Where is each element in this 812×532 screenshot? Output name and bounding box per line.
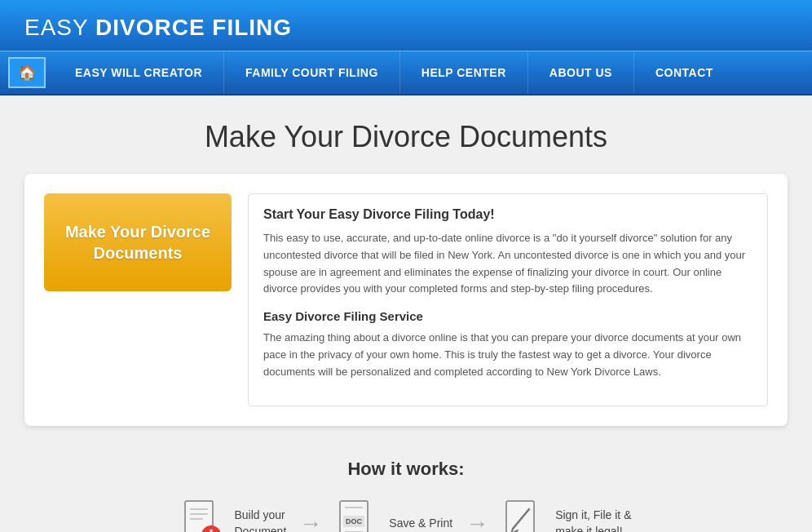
svg-text:DOC: DOC (346, 517, 363, 525)
nav-help-center[interactable]: HELP CENTER (400, 51, 528, 94)
make-docs-btn-text: Make Your DivorceDocuments (65, 221, 210, 264)
content-card: Make Your DivorceDocuments Start Your Ea… (24, 174, 788, 426)
steps-container: Build yourDocument → DOC Save & Print (24, 499, 788, 532)
card-right: Start Your Easy Divorce Filing Today! Th… (248, 193, 768, 406)
step-3-text: Sign it, File it &make it legal! (555, 508, 631, 532)
svg-rect-12 (506, 501, 534, 532)
site-header: EASY DIVORCE FILING (0, 0, 812, 51)
arrow-2: → (466, 511, 488, 532)
card-left: Make Your DivorceDocuments (44, 193, 232, 406)
section1-body: This easy to use, accurate, and up-to-da… (263, 230, 752, 298)
section2-body: The amazing thing about a divorce online… (263, 330, 752, 380)
title-bold: DIVORCE FILING (95, 15, 292, 40)
home-button[interactable]: 🏠 (8, 57, 46, 88)
nav-contact[interactable]: CONTACT (634, 51, 735, 94)
section2-heading: Easy Divorce Filing Service (263, 309, 752, 323)
arrow-1: → (299, 511, 322, 532)
section1-heading: Start Your Easy Divorce Filing Today! (263, 207, 752, 222)
how-it-works-heading: How it works: (24, 459, 788, 480)
step-3: Sign it, File it &make it legal! (501, 499, 631, 532)
nav-family-court-filing[interactable]: FAMILY COURT FILING (224, 51, 400, 94)
step-2-text: Save & Print (389, 516, 452, 532)
main-content: Make Your Divorce Documents Make Your Di… (0, 95, 812, 532)
main-nav: 🏠 EASY WILL CREATOR FAMILY COURT FILING … (0, 51, 812, 95)
step-1: Build yourDocument (180, 499, 286, 532)
make-divorce-docs-button[interactable]: Make Your DivorceDocuments (44, 193, 232, 291)
nav-about-us[interactable]: ABOUT US (528, 51, 634, 94)
doc-print-icon: DOC (335, 499, 379, 532)
step-1-text: Build yourDocument (234, 508, 286, 532)
doc-sign-icon (501, 499, 545, 532)
nav-easy-will-creator[interactable]: EASY WILL CREATOR (54, 51, 224, 94)
title-light: EASY (24, 15, 95, 40)
step-2: DOC Save & Print (335, 499, 452, 532)
site-title: EASY DIVORCE FILING (24, 15, 788, 41)
page-title: Make Your Divorce Documents (24, 120, 788, 154)
doc-add-icon (180, 499, 224, 532)
how-it-works-section: How it works: B (24, 450, 788, 532)
